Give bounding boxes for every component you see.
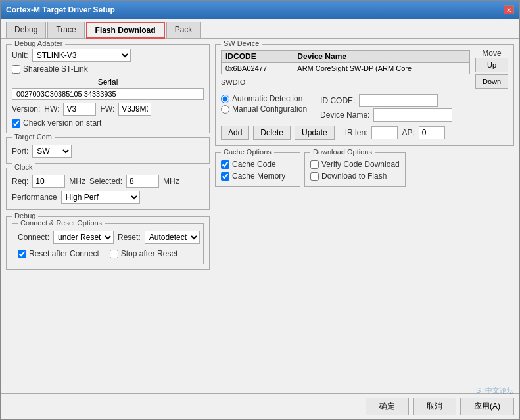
unit-select[interactable]: STLINK-V3 (32, 49, 131, 62)
download-checkbox[interactable] (310, 172, 319, 181)
serial-label: Serial (12, 78, 204, 87)
port-select[interactable]: SW (32, 145, 72, 158)
connect-reset-group: Connect & Reset Options Connect: under R… (12, 223, 204, 264)
selected-value[interactable] (126, 175, 159, 188)
ir-len-label: IR len: (345, 128, 368, 137)
selected-label: Selected: (89, 177, 122, 186)
left-panel: Debug Adapter Unit: STLINK-V3 Shareable … (6, 44, 210, 388)
shareable-label: Shareable ST-Link (23, 64, 88, 74)
reset-after-checkbox[interactable] (18, 250, 26, 258)
target-com-group: Target Com Port: SW (6, 137, 210, 164)
verify-checkbox[interactable] (310, 160, 319, 169)
down-button[interactable]: Down (475, 74, 508, 89)
cancel-button[interactable]: 取消 (413, 398, 456, 415)
unit-row: Unit: STLINK-V3 (12, 49, 204, 62)
delete-button[interactable]: Delete (253, 126, 291, 140)
verify-label: Verify Code Download (321, 160, 400, 169)
title-controls: ✕ (504, 5, 514, 14)
connect-row: Connect: under Reset Reset: Autodetect (18, 231, 198, 244)
after-options: Reset after Connect Stop after Reset (18, 246, 198, 258)
auto-detect-row: Automatic Detection (221, 94, 307, 103)
auto-detect-radio[interactable] (221, 95, 229, 103)
shareable-checkbox[interactable] (12, 65, 20, 74)
tab-trace[interactable]: Trace (47, 22, 84, 38)
update-button[interactable]: Update (295, 126, 335, 140)
device-name-input[interactable] (373, 108, 452, 122)
device-name-row: Device Name: (320, 108, 452, 122)
download-options-title: Download Options (310, 148, 375, 156)
stop-after-checkbox[interactable] (110, 250, 118, 258)
sw-device-title: SW Device (221, 39, 262, 47)
swdio-row: SWDIO (221, 76, 470, 86)
hw-label: HW: (44, 105, 59, 114)
sw-table-container: IDCODE Device Name 0x6BA02477 ARM CoreSi… (221, 49, 470, 86)
tab-debug[interactable]: Debug (6, 22, 46, 38)
row-idcode: 0x6BA02477 (222, 63, 293, 74)
hw-value[interactable] (63, 103, 96, 116)
download-label: Download to Flash (321, 172, 387, 181)
col-device-name: Device Name (293, 51, 470, 63)
unit-label: Unit: (12, 51, 28, 60)
ir-len-input[interactable] (371, 126, 398, 139)
manual-config-row: Manual Configuration (221, 105, 307, 114)
manual-config-label: Manual Configuration (232, 105, 307, 114)
reset-select[interactable]: Autodetect (145, 231, 200, 244)
detection-layout: Automatic Detection Manual Configuration… (221, 93, 508, 122)
mhz1: MHz (69, 177, 85, 186)
shareable-row: Shareable ST-Link (12, 64, 204, 74)
bottom-options-area: Cache Options Cache Code Cache Memory Do… (215, 152, 514, 187)
detection-section: Automatic Detection Manual Configuration… (221, 93, 508, 140)
verify-row: Verify Code Download (310, 160, 400, 169)
add-button[interactable]: Add (221, 126, 249, 140)
req-value[interactable] (32, 175, 65, 188)
cache-code-label: Cache Code (232, 160, 276, 169)
radio-section: Automatic Detection Manual Configuration (221, 93, 307, 115)
performance-select[interactable]: High Perf (61, 191, 140, 204)
check-version-checkbox[interactable] (12, 119, 20, 128)
fw-label: FW: (100, 105, 114, 114)
cache-options-title: Cache Options (221, 148, 274, 156)
watermark: ST中文论坛 (476, 386, 514, 396)
window-title: Cortex-M Target Driver Setup (6, 5, 115, 14)
clock-group: Clock Req: MHz Selected: MHz Performance… (6, 168, 210, 210)
download-row: Download to Flash (310, 172, 400, 181)
debug-adapter-group: Debug Adapter Unit: STLINK-V3 Shareable … (6, 44, 210, 133)
up-button[interactable]: Up (475, 58, 508, 72)
serial-section: Serial 0027003C30385105 34333935 (12, 78, 204, 100)
fw-value[interactable] (118, 103, 151, 116)
apply-button[interactable]: 应用(A) (460, 398, 514, 415)
cache-memory-checkbox[interactable] (221, 172, 229, 181)
id-code-label: ID CODE: (320, 96, 355, 105)
tab-flash-download[interactable]: Flash Download (86, 22, 165, 39)
sw-table: IDCODE Device Name 0x6BA02477 ARM CoreSi… (221, 50, 470, 74)
version-row: Version: HW: FW: (12, 103, 204, 116)
device-name-label: Device Name: (320, 110, 369, 120)
check-version-row: Check version on start (12, 118, 204, 128)
clock-title: Clock (12, 163, 35, 171)
id-code-row: ID CODE: (320, 94, 452, 107)
tab-pack[interactable]: Pack (166, 22, 201, 38)
connect-select[interactable]: under Reset (53, 231, 114, 244)
debug-group: Debug Connect & Reset Options Connect: u… (6, 216, 210, 270)
close-button[interactable]: ✕ (504, 5, 514, 14)
id-section: ID CODE: Device Name: (320, 93, 452, 122)
right-panel: SW Device IDCODE Device Name (215, 44, 514, 388)
footer: 确定 取消 应用(A) (1, 393, 519, 419)
ap-label: AP: (402, 128, 414, 137)
confirm-button[interactable]: 确定 (366, 398, 409, 415)
cache-memory-label: Cache Memory (232, 172, 285, 181)
cache-options-group: Cache Options Cache Code Cache Memory (215, 152, 300, 187)
id-code-input[interactable] (359, 94, 438, 107)
manual-config-radio[interactable] (221, 105, 229, 114)
performance-label: Performance (12, 193, 57, 202)
cache-code-checkbox[interactable] (221, 160, 229, 169)
serial-value: 0027003C30385105 34333935 (12, 88, 204, 100)
debug-adapter-title: Debug Adapter (12, 39, 65, 47)
stop-after-row: Stop after Reset (110, 249, 178, 258)
action-row: Add Delete Update IR len: AP: (221, 126, 508, 140)
reset-label: Reset: (118, 233, 141, 242)
mhz2: MHz (163, 177, 179, 186)
ap-input[interactable] (419, 126, 445, 139)
reset-after-label: Reset after Connect (29, 249, 99, 258)
connect-reset-title: Connect & Reset Options (18, 219, 105, 227)
